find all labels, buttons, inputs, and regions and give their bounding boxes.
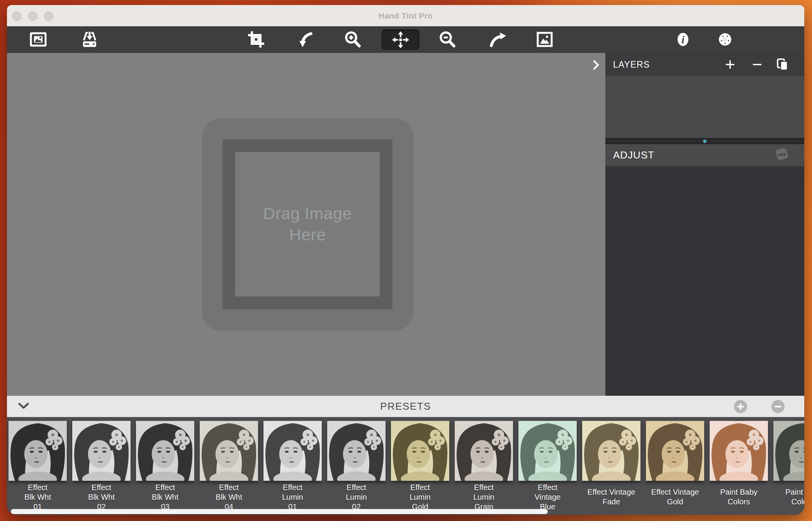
preset-label: Effect Blk Wht 03 xyxy=(133,482,197,512)
preset-label: Effect Lumin Grain xyxy=(452,482,516,512)
presets-scrollbar[interactable] xyxy=(11,509,548,514)
preset-label: Effect Vintage Fade xyxy=(579,482,644,512)
redo-arrow-icon xyxy=(488,30,506,49)
image-frame-button[interactable] xyxy=(535,30,554,49)
crop-icon xyxy=(247,30,265,49)
preset-item[interactable]: Effect Lumin 01 xyxy=(263,421,322,512)
preset-thumbnail xyxy=(582,421,640,481)
collapse-presets-chevron[interactable] xyxy=(17,401,31,412)
preset-label: Effect Lumin 02 xyxy=(324,482,389,512)
move-tool-button[interactable] xyxy=(382,29,420,50)
preset-label: Effect Blk Wht 04 xyxy=(197,482,261,512)
resize-handle-dot xyxy=(703,140,707,143)
random-adjust-icon[interactable] xyxy=(774,146,790,164)
preset-label: Paint Mos Colors xyxy=(770,482,804,512)
chevron-right-icon xyxy=(593,60,599,70)
dice-icon xyxy=(774,146,790,162)
portrait-thumbnail-image xyxy=(200,421,258,481)
canvas-area[interactable]: Drag Image Here xyxy=(7,53,605,396)
import-image-button[interactable] xyxy=(80,30,99,49)
open-image-button[interactable] xyxy=(29,30,48,49)
rotate-tool-button[interactable] xyxy=(295,30,314,49)
zoom-out-icon xyxy=(438,30,457,49)
preset-item[interactable]: Paint Baby Colors xyxy=(710,421,768,512)
preset-thumbnail xyxy=(8,421,67,481)
image-frame-icon xyxy=(535,30,554,49)
preset-item[interactable]: Effect Vintage Fade xyxy=(582,421,640,512)
preset-label: Effect Lumin Gold xyxy=(388,482,452,512)
preset-thumbnail xyxy=(646,421,704,481)
chevron-down-icon xyxy=(18,403,29,409)
preset-item[interactable]: Effect Blk Wht 04 xyxy=(200,421,258,512)
plus-icon xyxy=(725,59,736,70)
preset-thumbnail xyxy=(773,421,804,481)
minus-icon xyxy=(752,59,763,70)
preset-item[interactable]: Effect Vintage Gold xyxy=(646,421,704,512)
portrait-thumbnail-image xyxy=(710,421,768,481)
portrait-thumbnail-image xyxy=(518,421,577,481)
preset-thumbnail xyxy=(391,421,449,481)
preset-item[interactable]: Effect Lumin 02 xyxy=(327,421,386,512)
toolbar: i xyxy=(7,26,804,53)
preset-item[interactable]: Effect Lumin Grain xyxy=(455,421,513,512)
svg-text:i: i xyxy=(681,34,685,46)
redo-tool-button[interactable] xyxy=(488,30,506,49)
preset-label: Effect Lumin 01 xyxy=(260,482,325,512)
right-sidebar: LAYERS xyxy=(605,53,804,396)
info-button[interactable]: i xyxy=(674,30,692,49)
preset-thumbnail xyxy=(136,421,194,481)
presets-plus-button[interactable] xyxy=(734,400,747,413)
preset-item[interactable]: Effect Vintage Blue xyxy=(518,421,577,512)
portrait-thumbnail-image xyxy=(391,421,449,481)
remove-layer-button[interactable] xyxy=(752,59,763,70)
drop-zone-label: Drag Image Here xyxy=(235,203,380,245)
window-title: Hand Tint Pro xyxy=(7,5,804,26)
open-image-icon xyxy=(29,30,48,49)
drop-zone[interactable]: Drag Image Here xyxy=(202,118,413,330)
portrait-thumbnail-image xyxy=(8,421,67,481)
add-layer-button[interactable] xyxy=(725,59,736,70)
preset-item[interactable]: Effect Blk Wht 01 xyxy=(8,421,67,512)
preset-item[interactable]: Effect Blk Wht 02 xyxy=(72,421,131,512)
duplicate-layer-button[interactable] xyxy=(776,58,789,71)
effects-flower-button[interactable] xyxy=(716,30,734,49)
app-window: Hand Tint Pro xyxy=(7,5,804,515)
desktop-background: Hand Tint Pro xyxy=(0,0,812,521)
preset-item[interactable]: Paint Mos Colors xyxy=(773,421,804,512)
preset-thumbnail xyxy=(327,421,386,481)
preset-label: Effect Blk Wht 02 xyxy=(69,482,134,512)
zoom-in-tool-button[interactable] xyxy=(343,30,362,49)
portrait-thumbnail-image xyxy=(327,421,386,481)
presets-strip: Effect Blk Wht 01 xyxy=(7,417,804,515)
preset-label: Effect Vintage Blue xyxy=(515,482,580,512)
presets-bar: PRESETS xyxy=(7,396,804,417)
panel-resize-handle[interactable] xyxy=(605,138,804,144)
adjust-panel-content xyxy=(605,166,804,396)
preset-item[interactable]: Effect Blk Wht 03 xyxy=(136,421,194,512)
plus-icon xyxy=(737,403,744,410)
portrait-thumbnail-image xyxy=(72,421,131,481)
preset-thumbnail xyxy=(263,421,322,481)
duplicate-icon xyxy=(776,58,789,71)
effects-flower-icon xyxy=(716,30,734,49)
preset-label: Paint Baby Colors xyxy=(707,482,771,512)
portrait-thumbnail-image xyxy=(136,421,194,481)
crop-tool-button[interactable] xyxy=(247,30,265,49)
preset-thumbnail xyxy=(710,421,768,481)
info-icon: i xyxy=(674,30,692,49)
preset-label: Effect Blk Wht 01 xyxy=(7,482,70,512)
zoom-out-tool-button[interactable] xyxy=(438,30,457,49)
presets-title: PRESETS xyxy=(7,396,804,417)
preset-thumbnail xyxy=(200,421,258,481)
portrait-thumbnail-image xyxy=(582,421,640,481)
zoom-in-icon xyxy=(343,30,362,49)
collapse-panel-chevron[interactable] xyxy=(592,60,600,71)
adjust-panel-header: ADJUST xyxy=(605,144,804,166)
presets-row: Effect Blk Wht 01 xyxy=(8,421,804,512)
portrait-thumbnail-image xyxy=(455,421,513,481)
layers-list[interactable] xyxy=(605,76,804,138)
preset-thumbnail xyxy=(72,421,131,481)
preset-item[interactable]: Effect Lumin Gold xyxy=(391,421,449,512)
presets-minus-button[interactable] xyxy=(771,400,785,413)
preset-thumbnail xyxy=(455,421,513,481)
